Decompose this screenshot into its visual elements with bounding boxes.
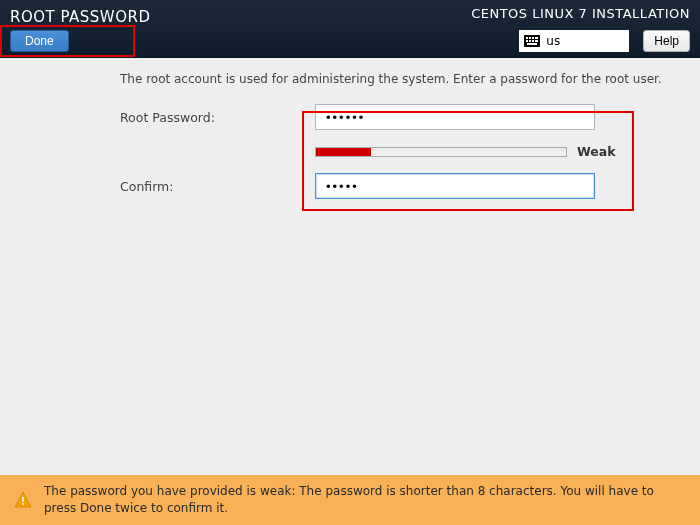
warning-icon [14, 491, 32, 509]
svg-rect-10 [22, 497, 24, 502]
branding-text: CENTOS LINUX 7 INSTALLATION [471, 6, 690, 21]
svg-rect-2 [529, 37, 531, 39]
svg-rect-4 [535, 37, 538, 39]
top-bar: ROOT PASSWORD Done CENTOS LINUX 7 INSTAL… [0, 0, 700, 58]
warning-text: The password you have provided is weak: … [44, 483, 686, 517]
password-strength-fill [316, 148, 371, 156]
password-strength-label: Weak [577, 144, 616, 159]
svg-rect-9 [527, 43, 537, 45]
confirm-password-input[interactable] [315, 173, 595, 199]
svg-rect-6 [529, 40, 531, 42]
content-area: The root account is used for administeri… [0, 58, 700, 199]
keyboard-layout-selector[interactable]: us [519, 30, 629, 52]
svg-rect-11 [22, 503, 24, 505]
svg-rect-8 [535, 40, 538, 42]
svg-rect-1 [526, 37, 528, 39]
root-password-label: Root Password: [120, 110, 315, 125]
help-button[interactable]: Help [643, 30, 690, 52]
root-password-input[interactable] [315, 104, 595, 130]
svg-rect-7 [532, 40, 534, 42]
keyboard-icon [524, 35, 540, 47]
svg-rect-3 [532, 37, 534, 39]
confirm-password-label: Confirm: [120, 179, 315, 194]
warning-bar: The password you have provided is weak: … [0, 475, 700, 525]
password-strength-bar [315, 147, 567, 157]
done-button[interactable]: Done [10, 30, 69, 52]
svg-rect-5 [526, 40, 528, 42]
instruction-text: The root account is used for administeri… [120, 72, 680, 86]
keyboard-layout-label: us [546, 34, 560, 48]
